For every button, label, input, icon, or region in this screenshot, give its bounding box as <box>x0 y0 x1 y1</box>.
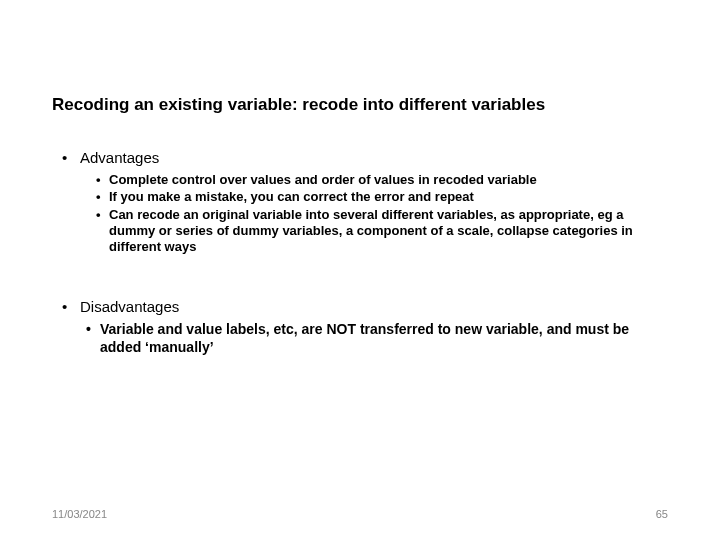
disadvantage-text: Variable and value labels, etc, are NOT … <box>100 321 629 355</box>
slide-title: Recoding an existing variable: recode in… <box>52 95 668 115</box>
advantage-item: •Complete control over values and order … <box>96 172 668 188</box>
advantage-item: •If you make a mistake, you can correct … <box>96 189 668 205</box>
bullet-icon: • <box>96 172 109 188</box>
disadvantages-heading-text: Disadvantages <box>80 298 179 315</box>
slide-footer: 11/03/2021 65 <box>52 508 668 520</box>
advantages-heading-text: Advantages <box>80 149 159 166</box>
bullet-icon: • <box>62 149 80 166</box>
bullet-icon: • <box>96 189 109 205</box>
footer-date: 11/03/2021 <box>52 508 107 520</box>
bullet-icon: • <box>86 321 100 339</box>
advantage-text: Complete control over values and order o… <box>109 172 537 187</box>
advantage-text: If you make a mistake, you can correct t… <box>109 189 474 204</box>
bullet-icon: • <box>62 298 80 315</box>
disadvantages-heading: •Disadvantages <box>62 298 668 315</box>
advantages-heading: •Advantages <box>62 149 668 166</box>
advantage-item: •Can recode an original variable into se… <box>96 207 668 256</box>
advantage-text: Can recode an original variable into sev… <box>109 207 633 255</box>
disadvantage-item: •Variable and value labels, etc, are NOT… <box>86 321 668 356</box>
footer-page-number: 65 <box>656 508 668 520</box>
bullet-icon: • <box>96 207 109 223</box>
